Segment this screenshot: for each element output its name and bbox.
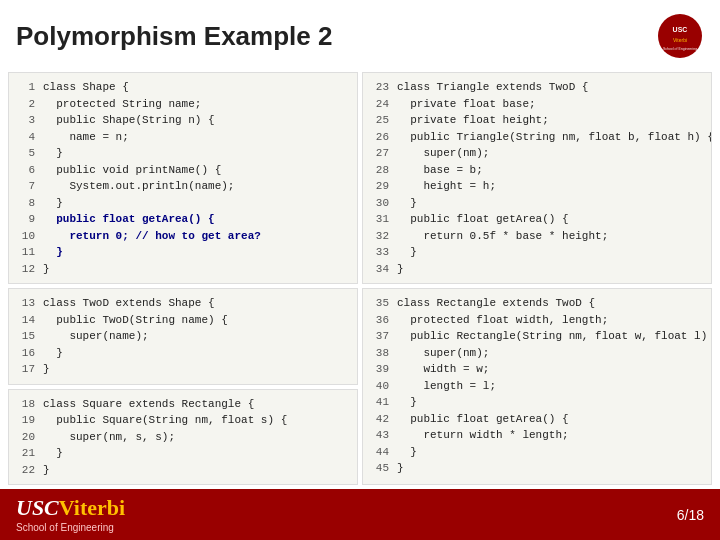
code-line: 40 length = l; <box>371 378 703 395</box>
code-line: 17} <box>17 361 349 378</box>
code-line: 43 return width * length; <box>371 427 703 444</box>
code-line: 12} <box>17 261 349 278</box>
code-line-highlight: 9 public float getArea() { <box>17 211 349 228</box>
code-line: 33 } <box>371 244 703 261</box>
bottom-left-blocks: 13class TwoD extends Shape { 14 public T… <box>8 288 358 485</box>
code-line: 19 public Square(String nm, float s) { <box>17 412 349 429</box>
code-line-highlight: 10 return 0; // how to get area? <box>17 228 349 245</box>
code-line: 24 private float base; <box>371 96 703 113</box>
footer-usc-text: USC <box>16 496 59 520</box>
code-line: 29 height = h; <box>371 178 703 195</box>
code-line-highlight: 11 } <box>17 244 349 261</box>
footer: USC Viterbi School of Engineering 6/18 <box>0 489 720 540</box>
footer-logo: USC Viterbi School of Engineering <box>16 496 125 532</box>
code-line: 30 } <box>371 195 703 212</box>
code-line: 34} <box>371 261 703 278</box>
code-block-twod: 13class TwoD extends Shape { 14 public T… <box>8 288 358 385</box>
slide: Polymorphism Example 2 USC Viterbi Schoo… <box>0 0 720 540</box>
code-line: 23class Triangle extends TwoD { <box>371 79 703 96</box>
code-line: 3 public Shape(String n) { <box>17 112 349 129</box>
code-line: 22} <box>17 462 349 479</box>
code-block-triangle: 23class Triangle extends TwoD { 24 priva… <box>362 72 712 284</box>
footer-viterbi-text: Viterbi <box>59 496 125 520</box>
code-line: 42 public float getArea() { <box>371 411 703 428</box>
code-line: 2 protected String name; <box>17 96 349 113</box>
svg-text:School of Engineering: School of Engineering <box>663 47 697 51</box>
code-line: 35class Rectangle extends TwoD { <box>371 295 703 312</box>
code-line: 20 super(nm, s, s); <box>17 429 349 446</box>
code-line: 25 private float height; <box>371 112 703 129</box>
footer-school-text: School of Engineering <box>16 522 125 533</box>
code-line: 6 public void printName() { <box>17 162 349 179</box>
svg-text:USC: USC <box>673 26 688 33</box>
code-line: 44 } <box>371 444 703 461</box>
code-line: 15 super(name); <box>17 328 349 345</box>
code-line: 41 } <box>371 394 703 411</box>
code-line: 7 System.out.println(name); <box>17 178 349 195</box>
usc-logo-header: USC Viterbi School of Engineering <box>656 12 704 60</box>
code-line: 38 super(nm); <box>371 345 703 362</box>
content-area: 1class Shape { 2 protected String name; … <box>0 68 720 489</box>
code-line: 37 public Rectangle(String nm, float w, … <box>371 328 703 345</box>
code-line: 5 } <box>17 145 349 162</box>
code-line: 36 protected float width, length; <box>371 312 703 329</box>
code-line: 39 width = w; <box>371 361 703 378</box>
code-line: 16 } <box>17 345 349 362</box>
code-block-shape: 1class Shape { 2 protected String name; … <box>8 72 358 284</box>
code-block-rectangle: 35class Rectangle extends TwoD { 36 prot… <box>362 288 712 485</box>
code-line: 4 name = n; <box>17 129 349 146</box>
code-line: 28 base = b; <box>371 162 703 179</box>
slide-title: Polymorphism Example 2 <box>16 21 332 52</box>
code-block-square: 18class Square extends Rectangle { 19 pu… <box>8 389 358 486</box>
code-line: 32 return 0.5f * base * height; <box>371 228 703 245</box>
svg-text:Viterbi: Viterbi <box>673 37 687 43</box>
svg-point-0 <box>658 14 702 58</box>
code-line: 1class Shape { <box>17 79 349 96</box>
code-line: 8 } <box>17 195 349 212</box>
code-line: 14 public TwoD(String name) { <box>17 312 349 329</box>
code-line: 21 } <box>17 445 349 462</box>
footer-page-number: 6/18 <box>677 507 704 523</box>
code-line: 26 public Triangle(String nm, float b, f… <box>371 129 703 146</box>
code-line: 31 public float getArea() { <box>371 211 703 228</box>
code-line: 13class TwoD extends Shape { <box>17 295 349 312</box>
header: Polymorphism Example 2 USC Viterbi Schoo… <box>0 0 720 68</box>
code-line: 18class Square extends Rectangle { <box>17 396 349 413</box>
footer-usc-line: USC Viterbi <box>16 496 125 520</box>
code-line: 45} <box>371 460 703 477</box>
code-line: 27 super(nm); <box>371 145 703 162</box>
